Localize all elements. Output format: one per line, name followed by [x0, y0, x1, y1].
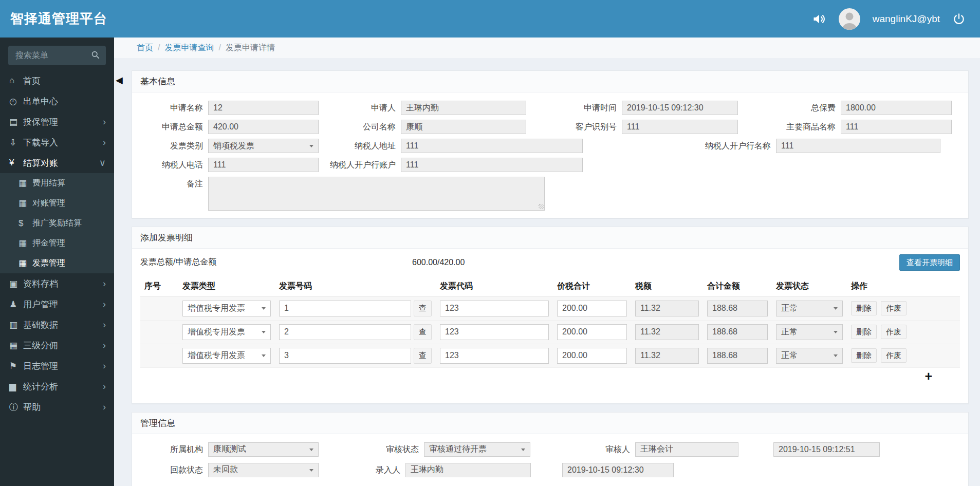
sidebar-item-issue-center[interactable]: ◴ 出单中心	[0, 91, 114, 111]
search-button[interactable]	[84, 46, 106, 65]
sidebar-item-home[interactable]: ⌂ 首页	[0, 70, 114, 91]
check-button[interactable]: 查	[414, 301, 432, 316]
archive-icon: ▣	[9, 278, 23, 289]
amount-with-tax-input[interactable]	[557, 348, 627, 364]
invoice-number-input[interactable]	[279, 324, 411, 340]
sidebar-item-reconciliation-management[interactable]: ▦ 对账管理	[0, 193, 114, 213]
column-header: 发票号码	[275, 277, 436, 297]
username: wanglinKJ@ybt	[873, 13, 940, 25]
invoice-number-input[interactable]	[279, 348, 411, 364]
remark-textarea	[208, 177, 545, 211]
void-button[interactable]: 作废	[881, 325, 907, 339]
amount-with-tax-input[interactable]	[557, 301, 627, 316]
resize-grip-icon	[539, 204, 544, 209]
entry-time-input	[562, 463, 674, 477]
check-button[interactable]: 查	[414, 348, 432, 364]
seq-cell	[140, 344, 178, 367]
app-title: 智择通管理平台	[10, 10, 107, 28]
breadcrumb-current: 发票申请详情	[226, 43, 275, 53]
invoice-number-input[interactable]	[279, 301, 411, 316]
order-center-icon: ◴	[9, 96, 23, 107]
delete-button[interactable]: 删除	[851, 301, 877, 315]
file-icon: ▤	[9, 117, 23, 127]
sidebar-item-download-import[interactable]: ⇩ 下载导入 ›	[0, 132, 114, 153]
sidebar-item-insurance-management[interactable]: ▤ 投保管理 ›	[0, 111, 114, 132]
invoice-type-select[interactable]: 增值税专用发票	[182, 324, 271, 340]
sidebar-item-settlement-reconciliation[interactable]: ¥ 结算对账 ∨	[0, 153, 114, 173]
payment-status-select: 未回款	[208, 463, 319, 477]
search-input[interactable]	[8, 50, 84, 61]
breadcrumb: 首页 / 发票申请查询 / 发票申请详情	[114, 38, 980, 58]
tax-amount-input	[635, 324, 699, 340]
sidebar-item-three-level-commission[interactable]: ▦ 三级分佣 ›	[0, 335, 114, 356]
add-row-button[interactable]: +	[924, 370, 932, 383]
basic-info-panel: 基本信息 申请名称 申请人 申请时间 总保费 申请总金额 公司名称	[132, 70, 969, 218]
field-label: 纳税人地址	[319, 139, 401, 153]
grid-icon: ▦	[19, 258, 32, 269]
bar-chart-icon: ▆	[9, 381, 23, 392]
sidebar-item-user-management[interactable]: ♟ 用户管理 ›	[0, 294, 114, 314]
volume-icon[interactable]	[812, 12, 826, 26]
total-premium-input	[841, 101, 952, 115]
download-icon: ⇩	[9, 137, 23, 148]
sidebar-item-statistics-analysis[interactable]: ▆ 统计分析 ›	[0, 376, 114, 397]
sidebar-item-base-data[interactable]: ▥ 基础数据 ›	[0, 314, 114, 335]
sidebar-item-help[interactable]: ⓘ 帮助 ›	[0, 397, 114, 417]
sidebar-menu: ⌂ 首页 ◴ 出单中心 ▤ 投保管理 › ⇩ 下载导入 › ¥ 结算对账 ∨ ▦…	[0, 70, 114, 417]
entry-person-input	[405, 463, 531, 477]
field-label: 纳税人电话	[141, 158, 208, 172]
view-invoice-details-button[interactable]: 查看开票明细	[899, 254, 960, 271]
chevron-right-icon: ›	[103, 361, 106, 371]
user-icon: ♟	[9, 299, 23, 310]
table-row: 增值税专用发票 查 正常 删除	[140, 296, 960, 320]
invoice-details-title: 添加发票明细	[132, 227, 968, 249]
field-label: 发票类别	[141, 139, 208, 153]
void-button[interactable]: 作废	[881, 301, 907, 315]
invoice-table: 序号 发票类型 发票号码 发票代码 价税合计 税额 合计金额 发票状态 操作	[140, 277, 960, 387]
company-name-input	[401, 120, 526, 134]
amount-with-tax-input[interactable]	[557, 324, 627, 340]
breadcrumb-home[interactable]: 首页	[137, 43, 153, 53]
management-info-title: 管理信息	[132, 413, 968, 434]
audit-status-select: 审核通过待开票	[424, 442, 530, 457]
invoice-code-input[interactable]	[440, 324, 549, 340]
grid-icon: ▦	[9, 340, 23, 351]
field-label: 申请人	[319, 101, 401, 115]
breadcrumb-invoice-apply-query[interactable]: 发票申请查询	[164, 43, 214, 53]
check-button[interactable]: 查	[414, 324, 432, 340]
sidebar-item-promotion-reward-settlement[interactable]: $ 推广奖励结算	[0, 213, 114, 233]
invoice-status-select: 正常	[776, 301, 843, 316]
delete-button[interactable]: 删除	[851, 325, 877, 339]
invoice-type-select[interactable]: 增值税专用发票	[182, 348, 271, 364]
sidebar-item-log-management[interactable]: ⚑ 日志管理 ›	[0, 356, 114, 376]
table-row: 增值税专用发票 查 正常 删除	[140, 344, 960, 367]
avatar[interactable]	[839, 8, 860, 30]
field-label: 申请总金额	[141, 120, 208, 134]
main-content: 首页 / 发票申请查询 / 发票申请详情 ◀ 基本信息 申请名称 申请人 申请时…	[114, 38, 980, 486]
sidebar-item-data-archive[interactable]: ▣ 资料存档 ›	[0, 273, 114, 294]
field-label: 申请名称	[141, 101, 208, 115]
auditor-input	[635, 442, 738, 457]
sidebar-item-fee-settlement[interactable]: ▦ 费用结算	[0, 173, 114, 193]
invoice-code-input[interactable]	[440, 348, 549, 364]
invoice-status-select: 正常	[776, 324, 843, 340]
collapse-sidebar-handle[interactable]: ◀	[116, 76, 123, 85]
column-header: 价税合计	[553, 277, 631, 297]
invoice-type-select[interactable]: 增值税专用发票	[182, 301, 271, 316]
column-header: 操作	[847, 277, 960, 297]
delete-button[interactable]: 删除	[851, 348, 877, 363]
field-label: 所属机构	[141, 442, 208, 457]
field-label: 总保费	[738, 101, 841, 115]
power-icon[interactable]	[952, 12, 966, 26]
table-row: 增值税专用发票 查 正常 删除	[140, 320, 960, 344]
void-button[interactable]: 作废	[881, 348, 907, 363]
sidebar-item-deposit-management[interactable]: ▦ 押金管理	[0, 233, 114, 253]
grid-icon: ▦	[19, 178, 32, 189]
breadcrumb-separator: /	[214, 43, 225, 52]
taxpayer-bank-account-input	[401, 158, 583, 172]
sidebar-item-invoice-management[interactable]: ▦ 发票管理	[0, 253, 114, 273]
invoice-code-input[interactable]	[440, 301, 549, 316]
total-amount-input	[707, 301, 768, 316]
field-label: 主要商品名称	[738, 120, 841, 134]
audit-time-input	[773, 442, 880, 457]
